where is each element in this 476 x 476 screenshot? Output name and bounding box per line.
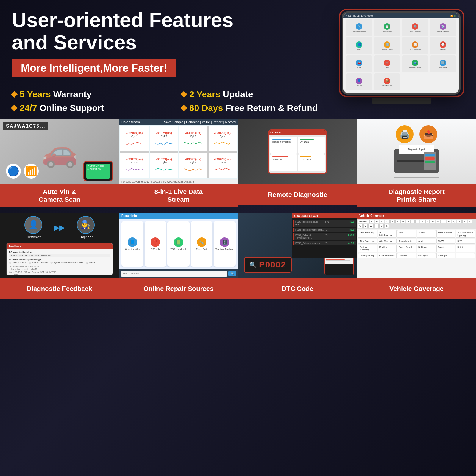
repair-bottom-bar: Search repair info... 🔍 xyxy=(119,269,238,278)
filter-j[interactable]: J xyxy=(415,220,419,223)
opt-system[interactable]: ⚪ System or function access failed xyxy=(50,262,83,264)
app-user-info[interactable]: 👤 User Info xyxy=(346,73,372,90)
cc-19[interactable]: CC Calibration xyxy=(378,253,397,258)
opt-consult[interactable]: ⚪ Consult or error xyxy=(9,262,27,264)
filter-reset[interactable]: RESET xyxy=(358,220,369,223)
cc-13[interactable]: Bentley xyxy=(378,245,397,252)
filter-y[interactable]: Y xyxy=(379,224,384,228)
app-service[interactable]: ⚙️ Service Function xyxy=(402,19,428,36)
printer-area: 🖨️ 📤 Diagnostic Report xyxy=(357,119,476,184)
app-local-diag[interactable]: 📋 Local Diagnose xyxy=(374,19,400,36)
filter-i[interactable]: I xyxy=(411,220,415,223)
filter-x[interactable]: X xyxy=(374,224,379,228)
filter-h[interactable]: H xyxy=(406,220,411,223)
device-status: 📶 🔋 xyxy=(450,15,456,17)
repair-search-box[interactable]: Search repair info... xyxy=(121,271,227,277)
filter-g[interactable]: G xyxy=(400,220,405,223)
filter-k[interactable]: K xyxy=(420,220,425,223)
cc-16[interactable]: Bugatti xyxy=(436,245,455,252)
data-stream-area: Data Stream Save Sample | Combine | Valu… xyxy=(119,119,238,184)
cc-3[interactable]: Acura xyxy=(417,230,436,238)
cc-11[interactable]: BYD xyxy=(456,239,475,244)
device-model-text: X-431 PRO ELITE V1.00.003 xyxy=(346,15,373,17)
app-remote[interactable]: 📡 Remote Diagnose xyxy=(430,19,456,36)
filter-o[interactable]: O xyxy=(441,220,446,223)
cc-7[interactable]: Alfa Romeo xyxy=(378,239,397,244)
cc-23[interactable] xyxy=(456,253,475,258)
app-history[interactable]: 📊 Diagnostic History xyxy=(402,37,428,54)
filter-s[interactable]: S xyxy=(462,220,467,223)
opt-special[interactable]: ⚪ Special functions xyxy=(29,262,48,264)
coverage-row-3: Buick (China) CC Calibration Cadillac Ch… xyxy=(358,253,475,258)
car-area: 🚗 SAJWA1C75... 🔵 📶 ✓ Smart VIN scan 1. A… xyxy=(0,119,119,184)
repair-search-btn[interactable]: 🔍 xyxy=(228,271,236,276)
repair-icon-dtc[interactable]: ❓ DTC help xyxy=(145,221,167,267)
filter-l[interactable]: L xyxy=(425,220,430,223)
filter-f[interactable]: F xyxy=(395,220,400,223)
update-highlight: 2 Years xyxy=(189,89,220,99)
cc-22[interactable]: Chengfa xyxy=(436,253,455,258)
cc-15[interactable]: Brilliance xyxy=(417,245,436,252)
device-image: X-431 PRO ELITE V1.00.003 📶 🔋 🔧 Intellig… xyxy=(339,9,464,104)
filter-m[interactable]: M xyxy=(430,220,435,223)
cc-17[interactable]: Buick xyxy=(456,245,475,252)
cc-1[interactable]: AC Initialization xyxy=(378,230,397,238)
cc-18[interactable]: Buick (China) xyxy=(358,253,377,258)
customer-wrapper: 👤 Customer xyxy=(24,216,42,239)
cc-2[interactable]: Afterft xyxy=(397,230,416,238)
opt-others[interactable]: ⚪ Others xyxy=(86,262,95,264)
dtc-progress-1 xyxy=(326,259,345,260)
filter-p[interactable]: P xyxy=(447,220,451,223)
filter-a[interactable]: A xyxy=(369,220,374,223)
app-mall[interactable]: 🛒 Mall xyxy=(374,55,400,72)
app-tpms[interactable]: 🔵 TPMS xyxy=(346,37,372,54)
cc-10[interactable]: BMW xyxy=(436,239,455,244)
app-coverage[interactable]: 🚙 Vehicle Coverage xyxy=(402,55,428,72)
repair-icon-operating[interactable]: 📘 Operating skills xyxy=(121,221,143,267)
cart-blue xyxy=(425,154,435,156)
filter-v[interactable]: V xyxy=(363,224,368,228)
app-adas[interactable]: 🚗 ADAS xyxy=(346,55,372,72)
filter-d[interactable]: D xyxy=(385,220,390,223)
cc-20[interactable]: Cadillac xyxy=(397,253,416,258)
ds-buttons: Save Sample | Combine | Value | Report |… xyxy=(164,120,236,124)
spark-chart-1 xyxy=(155,138,173,147)
filter-t[interactable]: T xyxy=(468,220,472,223)
filter-w[interactable]: W xyxy=(368,224,374,228)
feedback-step1: 1.Choose feedback log xyxy=(9,251,110,253)
filter-e[interactable]: E xyxy=(390,220,395,223)
filter-q[interactable]: Q xyxy=(452,220,456,223)
repair-area-header: Repair Info xyxy=(119,213,238,219)
filter-u[interactable]: U xyxy=(358,224,363,228)
filter-b[interactable]: B xyxy=(375,220,379,223)
cc-14[interactable]: Brake Reset xyxy=(397,245,416,252)
app-intelligent-diag[interactable]: 🔧 Intelligent Diagnose xyxy=(346,19,372,36)
filter-z[interactable]: Z xyxy=(384,224,389,228)
app-software[interactable]: ⬆️ Software Update xyxy=(374,37,400,54)
cc-12[interactable]: Battery Matching xyxy=(358,245,377,252)
filter-c[interactable]: C xyxy=(380,220,384,223)
data-cell-0: -32988(us) Cyl 1 xyxy=(120,126,149,152)
repair-icon-teardown[interactable]: 🗄️ Teardown Database xyxy=(214,221,236,267)
cc-0[interactable]: ABS Bleeding xyxy=(358,230,377,238)
page: User-oriented Features and Services More… xyxy=(0,0,476,476)
repair-icon-cost[interactable]: 🔧 Repair Cost xyxy=(191,221,213,267)
app-info[interactable]: ℹ️ Info Center xyxy=(430,55,456,72)
filter-n[interactable]: N xyxy=(436,220,441,223)
cc-21[interactable]: Changer xyxy=(417,253,436,258)
sr-val-1: 32.1 xyxy=(340,228,354,231)
cc-4[interactable]: AdBlue Reset xyxy=(436,230,455,238)
repair-icon-tech[interactable]: 📗 TECH Handbook xyxy=(167,221,190,267)
coverage-list: ABS Bleeding AC Initialization Afterft A… xyxy=(357,229,476,278)
app-modules[interactable]: 📦 Other Modules xyxy=(374,73,400,90)
filter-r[interactable]: R xyxy=(457,220,462,223)
app-feedback[interactable]: 💬 Feedback xyxy=(430,37,456,54)
cc-6[interactable]: Air / Fuel reset xyxy=(358,239,377,244)
title-area: User-oriented Features and Services More… xyxy=(12,9,333,113)
cc-9[interactable]: Audi xyxy=(417,239,436,244)
dc-name-4: Cyl 5 xyxy=(131,161,138,164)
grid-item-print: 🖨️ 📤 Diagnostic Report xyxy=(357,119,476,207)
cc-8[interactable]: Aston Martin xyxy=(397,239,416,244)
share-icon: 📤 xyxy=(419,125,437,143)
cc-5[interactable]: Adaptive Front Lighting xyxy=(456,230,475,238)
